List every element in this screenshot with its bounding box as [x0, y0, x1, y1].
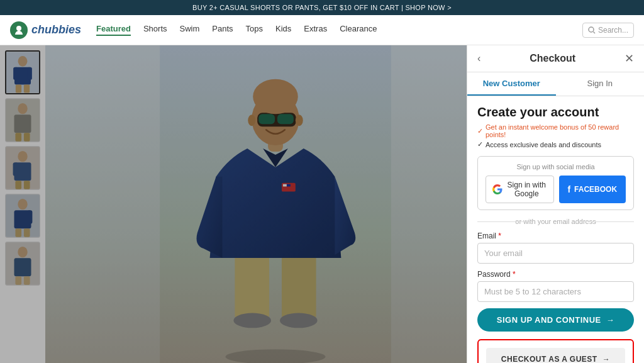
google-signin-button[interactable]: Sign in with Google: [486, 176, 554, 203]
thumb-img-2: [6, 98, 40, 142]
google-icon: [492, 184, 502, 194]
facebook-signin-button[interactable]: f FACEBOOK: [559, 176, 626, 203]
facebook-btn-label: FACEBOOK: [574, 185, 617, 194]
svg-rect-40: [287, 184, 291, 187]
svg-rect-30: [15, 276, 21, 285]
svg-rect-13: [15, 133, 21, 142]
thumb-img-4: [6, 194, 40, 238]
main-layout: Performance Polo The Out of the Blue A b…: [0, 45, 644, 363]
guest-arrow-icon: →: [602, 355, 611, 363]
nav-tops[interactable]: Tops: [246, 24, 263, 36]
nav-extras[interactable]: Extras: [304, 24, 327, 36]
svg-point-37: [280, 313, 318, 328]
svg-point-22: [18, 199, 27, 209]
nav-shorts[interactable]: Shorts: [143, 24, 167, 36]
social-buttons: Sign in with Google f FACEBOOK: [486, 176, 626, 203]
product-person-svg: [45, 45, 506, 363]
svg-point-47: [248, 114, 255, 126]
email-label: Email *: [477, 232, 634, 240]
svg-rect-26: [24, 228, 30, 237]
email-group: Email *: [477, 232, 634, 264]
svg-rect-20: [24, 181, 30, 189]
svg-rect-31: [24, 276, 30, 285]
tab-new-customer[interactable]: New Customer: [467, 72, 556, 96]
signup-continue-button[interactable]: SIGN UP AND CONTINUE →: [477, 308, 634, 332]
svg-point-49: [253, 79, 298, 114]
password-input[interactable]: [477, 281, 634, 302]
svg-point-1: [589, 27, 594, 32]
svg-rect-8: [16, 85, 21, 93]
svg-point-48: [296, 114, 303, 126]
checkout-overlay: ‹ Checkout ✕ New Customer Sign In Create…: [467, 45, 644, 363]
access-text: Access exclusive deals and discounts: [477, 140, 634, 148]
svg-point-36: [233, 313, 271, 328]
svg-line-2: [593, 31, 595, 33]
thumbnail-4[interactable]: [5, 194, 40, 238]
password-required: *: [513, 270, 516, 279]
search-icon: [588, 26, 596, 34]
navigation: chubbies Featured Shorts Swim Pants Tops…: [0, 15, 644, 45]
logo[interactable]: chubbies: [10, 21, 81, 39]
or-divider: or with your email address: [477, 218, 634, 225]
logo-text: chubbies: [31, 23, 81, 36]
svg-point-11: [18, 103, 27, 114]
svg-rect-18: [13, 162, 18, 176]
banner-text: BUY 2+ CASUAL SHORTS OR PANTS, GET $10 O…: [192, 4, 452, 11]
thumbnail-1[interactable]: [5, 50, 40, 94]
checkout-title: Checkout: [530, 53, 575, 64]
search-placeholder: Search...: [598, 26, 628, 35]
svg-rect-39: [283, 184, 287, 187]
nav-pants[interactable]: Pants: [212, 24, 233, 36]
checkout-body: Create your account Get an instant welco…: [467, 96, 644, 363]
nav-kids[interactable]: Kids: [275, 24, 291, 36]
checkout-tabs: New Customer Sign In: [467, 72, 644, 96]
tab-sign-in[interactable]: Sign In: [556, 72, 645, 96]
create-account-title: Create your account: [477, 105, 634, 120]
svg-point-4: [18, 56, 28, 67]
svg-rect-6: [13, 67, 18, 80]
close-button[interactable]: ✕: [625, 53, 634, 64]
password-label: Password *: [477, 270, 634, 279]
thumb-img-3: [6, 146, 40, 190]
nav-clearance[interactable]: Clearance: [340, 24, 377, 36]
social-label: Sign up with social media: [486, 163, 626, 170]
svg-point-0: [16, 26, 21, 31]
logo-icon: [10, 21, 28, 39]
nav-swim[interactable]: Swim: [180, 24, 200, 36]
nav-featured[interactable]: Featured: [96, 24, 131, 36]
facebook-icon: f: [567, 184, 570, 194]
guest-section: CHECKOUT AS A GUEST → No worries, you'll…: [477, 339, 634, 363]
google-btn-label: Sign in with Google: [506, 181, 547, 198]
svg-rect-14: [24, 133, 30, 142]
nav-links: Featured Shorts Swim Pants Tops Kids Ext…: [96, 24, 582, 36]
product-main-image: [45, 45, 506, 363]
thumbnails: [0, 45, 45, 363]
thumbnail-5[interactable]: [5, 242, 40, 286]
email-input[interactable]: [477, 243, 634, 264]
reward-text: Get an instant welcome bonus of 50 rewar…: [477, 123, 634, 138]
svg-rect-45: [258, 114, 275, 124]
checkout-header: ‹ Checkout ✕: [467, 45, 644, 72]
thumb-img-5: [6, 242, 40, 286]
social-section: Sign up with social media Sign in with G…: [477, 156, 634, 210]
search-box[interactable]: Search...: [582, 23, 634, 38]
password-group: Password *: [477, 270, 634, 302]
top-banner: BUY 2+ CASUAL SHORTS OR PANTS, GET $10 O…: [0, 0, 644, 15]
svg-rect-24: [28, 210, 33, 223]
svg-rect-29: [14, 258, 31, 276]
svg-point-16: [18, 151, 27, 162]
checkout-as-guest-button[interactable]: CHECKOUT AS A GUEST →: [486, 348, 625, 363]
svg-point-28: [18, 247, 27, 257]
svg-rect-9: [24, 85, 30, 93]
svg-rect-46: [277, 114, 294, 124]
thumbnail-2[interactable]: [5, 98, 40, 142]
back-button[interactable]: ‹: [477, 53, 480, 64]
svg-rect-19: [15, 181, 21, 189]
svg-rect-12: [14, 114, 31, 133]
svg-rect-41: [283, 187, 294, 189]
email-required: *: [498, 232, 501, 240]
svg-rect-7: [27, 67, 31, 80]
thumb-img-1: [6, 50, 39, 94]
thumbnail-3[interactable]: [5, 146, 40, 190]
svg-rect-25: [15, 228, 21, 237]
